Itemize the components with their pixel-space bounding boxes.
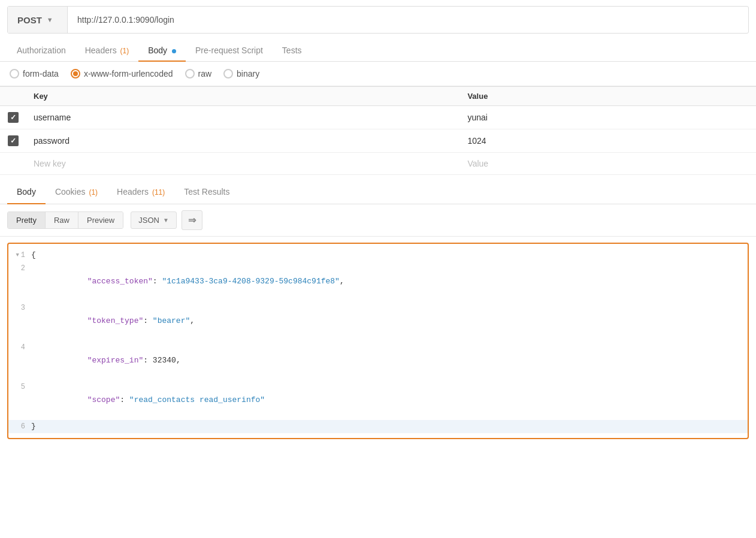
code-area: ▼ 1 { 2 "access_token": "1c1a9433-3ca9-4… [7,243,749,439]
key-expires_in: "expires_in" [68,356,143,365]
line-content-4: "expires_in": 32340, [31,341,748,380]
radio-binary[interactable]: binary [223,69,259,78]
kv-col-value: Value [460,87,756,106]
row1-key[interactable]: username [26,106,460,129]
kv-table: Key Value username yunai password 1024 N… [0,86,756,175]
key-scope: "scope" [68,395,120,404]
body-dot [172,49,176,53]
tab-pre-request-script[interactable]: Pre-request Script [186,40,273,61]
tab-authorization[interactable]: Authorization [7,40,75,61]
val-scope: "read_contacts read_userinfo" [129,395,265,404]
radio-form-data-circle [10,69,19,78]
table-row-placeholder: New key Value [0,153,756,175]
placeholder-value[interactable]: Value [460,153,756,175]
code-line-2: 2 "access_token": "1c1a9433-3ca9-4208-93… [8,262,748,301]
table-row: password 1024 [0,129,756,153]
url-input[interactable] [68,15,748,25]
line-num-2: 2 [8,262,31,275]
row2-checkbox-cell[interactable] [0,129,26,153]
line-content-2: "access_token": "1c1a9433-3ca9-4208-9329… [31,262,748,301]
code-line-6: 6 } [8,420,748,433]
wrap-button[interactable]: ⇒ [182,210,202,230]
response-tab-cookies[interactable]: Cookies (1) [46,180,107,204]
url-bar: POST ▼ [7,6,749,34]
kv-col-checkbox [0,87,26,106]
radio-x-www-form-urlencoded-circle [71,69,80,78]
line-num-5: 5 [8,380,31,394]
key-token_type: "token_type" [68,316,143,325]
format-btn-group: Pretty Raw Preview [7,211,123,229]
row2-key[interactable]: password [26,129,460,153]
code-line-1: ▼ 1 { [8,249,748,262]
json-format-selector[interactable]: JSON ▼ [131,211,177,229]
line-content-3: "token_type": "bearer", [31,301,748,341]
line-num-6: 6 [8,420,31,433]
row1-checkbox-cell[interactable] [0,106,26,129]
format-bar: Pretty Raw Preview JSON ▼ ⇒ [0,204,756,237]
val-token_type: "bearer" [153,316,190,325]
placeholder-checkbox-cell [0,153,26,175]
line-content-6: } [31,420,748,433]
row2-checkbox[interactable] [8,135,19,146]
response-tab-test-results[interactable]: Test Results [174,180,239,204]
line-num-1: ▼ 1 [8,249,31,262]
method-selector[interactable]: POST ▼ [8,7,68,33]
fold-arrow-1[interactable]: ▼ [16,249,19,262]
radio-binary-circle [223,69,233,78]
val-access_token: "1c1a9433-3ca9-4208-9329-59c984c91fe8" [162,277,339,286]
format-preview-button[interactable]: Preview [78,212,123,228]
method-label: POST [17,15,42,25]
cookies-badge: (1) [89,188,98,197]
radio-form-data[interactable]: form-data [10,69,59,78]
val-expires_in: 32340 [153,356,176,365]
method-chevron: ▼ [47,16,53,23]
row2-value[interactable]: 1024 [460,129,756,153]
line-content-5: "scope": "read_contacts read_userinfo" [31,380,748,420]
tab-tests[interactable]: Tests [273,40,312,61]
code-lines: ▼ 1 { 2 "access_token": "1c1a9433-3ca9-4… [8,244,748,438]
line-content-1: { [31,249,748,262]
placeholder-key[interactable]: New key [26,153,460,175]
code-line-4: 4 "expires_in": 32340, [8,341,748,380]
headers-badge: (1) [120,47,129,55]
request-tabs-bar: Authorization Headers (1) Body Pre-reque… [0,40,756,62]
body-type-bar: form-data x-www-form-urlencoded raw bina… [0,62,756,86]
code-line-3: 3 "token_type": "bearer", [8,301,748,341]
wrap-icon: ⇒ [188,215,196,225]
table-row: username yunai [0,106,756,129]
key-access_token: "access_token" [68,277,152,286]
resp-headers-badge: (11) [152,188,165,197]
format-pretty-button[interactable]: Pretty [8,212,46,228]
format-raw-button[interactable]: Raw [46,212,78,228]
json-chevron: ▼ [163,217,169,223]
response-tab-headers[interactable]: Headers (11) [107,180,174,204]
kv-col-key: Key [26,87,460,106]
radio-raw-circle [185,69,195,78]
response-tab-body[interactable]: Body [7,180,46,204]
row1-checkbox[interactable] [8,112,19,123]
tab-headers[interactable]: Headers (1) [75,40,138,61]
line-num-3: 3 [8,301,31,315]
line-num-4: 4 [8,341,31,354]
response-tabs-bar: Body Cookies (1) Headers (11) Test Resul… [0,180,756,204]
radio-raw[interactable]: raw [185,69,212,78]
code-line-5: 5 "scope": "read_contacts read_userinfo" [8,380,748,420]
radio-x-www-form-urlencoded[interactable]: x-www-form-urlencoded [71,69,173,78]
row1-value[interactable]: yunai [460,106,756,129]
tab-body[interactable]: Body [138,40,186,61]
